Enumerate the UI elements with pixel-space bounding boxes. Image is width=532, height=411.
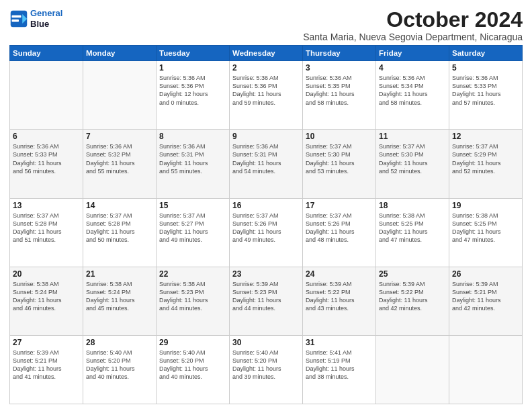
day-info: Sunrise: 5:37 AM Sunset: 5:30 PM Dayligh… [306,142,373,175]
calendar-header-row: SundayMondayTuesdayWednesdayThursdayFrid… [10,46,523,61]
calendar-day-cell [449,335,523,404]
day-info: Sunrise: 5:37 AM Sunset: 5:28 PM Dayligh… [13,212,80,244]
day-number: 24 [306,269,373,279]
calendar-day-cell [10,61,83,130]
calendar-body: 1Sunrise: 5:36 AM Sunset: 5:36 PM Daylig… [10,61,523,404]
calendar-day-cell: 17Sunrise: 5:37 AM Sunset: 5:26 PM Dayli… [303,198,376,267]
day-info: Sunrise: 5:39 AM Sunset: 5:22 PM Dayligh… [379,280,446,313]
title-section: October 2024 Santa Maria, Nueva Segovia … [303,8,523,42]
day-number: 7 [86,132,153,141]
day-info: Sunrise: 5:39 AM Sunset: 5:23 PM Dayligh… [232,280,300,313]
day-number: 4 [379,63,446,73]
logo: General Blue [9,8,62,29]
day-number: 22 [159,269,226,279]
day-number: 15 [159,201,226,210]
calendar-day-cell: 29Sunrise: 5:40 AM Sunset: 5:20 PM Dayli… [157,335,230,404]
calendar-weekday-tuesday: Tuesday [157,46,230,61]
calendar-weekday-wednesday: Wednesday [230,46,303,61]
calendar-day-cell: 13Sunrise: 5:37 AM Sunset: 5:28 PM Dayli… [10,198,83,267]
day-number: 20 [13,269,80,279]
calendar-day-cell [376,335,449,404]
day-number: 16 [232,201,300,210]
day-number: 27 [13,338,80,347]
calendar-day-cell: 8Sunrise: 5:36 AM Sunset: 5:31 PM Daylig… [157,130,230,198]
day-number: 10 [306,132,373,141]
calendar-week-row: 1Sunrise: 5:36 AM Sunset: 5:36 PM Daylig… [10,61,523,130]
calendar-day-cell: 28Sunrise: 5:40 AM Sunset: 5:20 PM Dayli… [83,335,157,404]
day-info: Sunrise: 5:36 AM Sunset: 5:34 PM Dayligh… [379,74,446,107]
day-info: Sunrise: 5:36 AM Sunset: 5:36 PM Dayligh… [159,74,226,107]
calendar-day-cell: 11Sunrise: 5:37 AM Sunset: 5:30 PM Dayli… [376,130,449,198]
day-info: Sunrise: 5:37 AM Sunset: 5:26 PM Dayligh… [306,212,373,244]
svg-rect-3 [12,19,19,21]
day-number: 13 [13,201,80,210]
calendar-week-row: 6Sunrise: 5:36 AM Sunset: 5:33 PM Daylig… [10,130,523,198]
day-info: Sunrise: 5:36 AM Sunset: 5:36 PM Dayligh… [232,74,300,107]
day-number: 23 [232,269,300,279]
header: General Blue October 2024 Santa Maria, N… [9,8,523,42]
logo-icon [9,9,28,28]
day-info: Sunrise: 5:37 AM Sunset: 5:29 PM Dayligh… [452,142,519,175]
calendar-weekday-thursday: Thursday [303,46,376,61]
day-number: 11 [379,132,446,141]
calendar-weekday-saturday: Saturday [449,46,523,61]
day-number: 2 [232,63,300,73]
day-number: 26 [452,269,519,279]
day-info: Sunrise: 5:40 AM Sunset: 5:20 PM Dayligh… [86,349,153,381]
day-number: 28 [86,338,153,347]
month-title: October 2024 [303,8,523,32]
calendar-day-cell: 9Sunrise: 5:36 AM Sunset: 5:31 PM Daylig… [230,130,303,198]
day-info: Sunrise: 5:41 AM Sunset: 5:19 PM Dayligh… [306,349,373,381]
day-number: 6 [13,132,80,141]
calendar-day-cell: 16Sunrise: 5:37 AM Sunset: 5:26 PM Dayli… [230,198,303,267]
day-info: Sunrise: 5:40 AM Sunset: 5:20 PM Dayligh… [232,349,300,381]
calendar-day-cell: 7Sunrise: 5:36 AM Sunset: 5:32 PM Daylig… [83,130,157,198]
day-info: Sunrise: 5:36 AM Sunset: 5:31 PM Dayligh… [232,142,300,175]
calendar-day-cell: 2Sunrise: 5:36 AM Sunset: 5:36 PM Daylig… [230,61,303,130]
calendar-day-cell: 26Sunrise: 5:39 AM Sunset: 5:21 PM Dayli… [449,267,523,335]
day-info: Sunrise: 5:37 AM Sunset: 5:26 PM Dayligh… [232,212,300,244]
logo-general: General [30,8,62,18]
day-info: Sunrise: 5:38 AM Sunset: 5:25 PM Dayligh… [379,212,446,244]
calendar-week-row: 13Sunrise: 5:37 AM Sunset: 5:28 PM Dayli… [10,198,523,267]
calendar-day-cell: 3Sunrise: 5:36 AM Sunset: 5:35 PM Daylig… [303,61,376,130]
day-info: Sunrise: 5:38 AM Sunset: 5:23 PM Dayligh… [159,280,226,313]
calendar-day-cell: 15Sunrise: 5:37 AM Sunset: 5:27 PM Dayli… [157,198,230,267]
day-info: Sunrise: 5:37 AM Sunset: 5:27 PM Dayligh… [159,212,226,244]
calendar-day-cell: 30Sunrise: 5:40 AM Sunset: 5:20 PM Dayli… [230,335,303,404]
calendar-day-cell: 19Sunrise: 5:38 AM Sunset: 5:25 PM Dayli… [449,198,523,267]
calendar-day-cell: 20Sunrise: 5:38 AM Sunset: 5:24 PM Dayli… [10,267,83,335]
day-info: Sunrise: 5:38 AM Sunset: 5:25 PM Dayligh… [452,212,519,244]
day-info: Sunrise: 5:36 AM Sunset: 5:35 PM Dayligh… [306,74,373,107]
calendar-day-cell: 5Sunrise: 5:36 AM Sunset: 5:33 PM Daylig… [449,61,523,130]
day-info: Sunrise: 5:39 AM Sunset: 5:21 PM Dayligh… [452,280,519,313]
day-info: Sunrise: 5:40 AM Sunset: 5:20 PM Dayligh… [159,349,226,381]
day-number: 9 [232,132,300,141]
calendar-day-cell: 21Sunrise: 5:38 AM Sunset: 5:24 PM Dayli… [83,267,157,335]
day-number: 5 [452,63,519,73]
day-number: 12 [452,132,519,141]
calendar-day-cell: 1Sunrise: 5:36 AM Sunset: 5:36 PM Daylig… [157,61,230,130]
day-info: Sunrise: 5:36 AM Sunset: 5:33 PM Dayligh… [452,74,519,107]
calendar-day-cell: 27Sunrise: 5:39 AM Sunset: 5:21 PM Dayli… [10,335,83,404]
day-info: Sunrise: 5:36 AM Sunset: 5:33 PM Dayligh… [13,142,80,175]
day-number: 29 [159,338,226,347]
calendar-day-cell: 23Sunrise: 5:39 AM Sunset: 5:23 PM Dayli… [230,267,303,335]
location-title: Santa Maria, Nueva Segovia Department, N… [303,32,523,42]
svg-rect-2 [12,15,21,17]
calendar-day-cell: 6Sunrise: 5:36 AM Sunset: 5:33 PM Daylig… [10,130,83,198]
calendar-table: SundayMondayTuesdayWednesdayThursdayFrid… [9,45,523,404]
calendar-day-cell [83,61,157,130]
day-number: 31 [306,338,373,347]
calendar-weekday-friday: Friday [376,46,449,61]
calendar-day-cell: 10Sunrise: 5:37 AM Sunset: 5:30 PM Dayli… [303,130,376,198]
logo-text: General Blue [30,8,62,29]
calendar-day-cell: 22Sunrise: 5:38 AM Sunset: 5:23 PM Dayli… [157,267,230,335]
calendar-day-cell: 4Sunrise: 5:36 AM Sunset: 5:34 PM Daylig… [376,61,449,130]
day-number: 1 [159,63,226,73]
day-number: 21 [86,269,153,279]
day-number: 30 [232,338,300,347]
day-number: 19 [452,201,519,210]
day-info: Sunrise: 5:38 AM Sunset: 5:24 PM Dayligh… [86,280,153,313]
day-info: Sunrise: 5:39 AM Sunset: 5:21 PM Dayligh… [13,349,80,381]
